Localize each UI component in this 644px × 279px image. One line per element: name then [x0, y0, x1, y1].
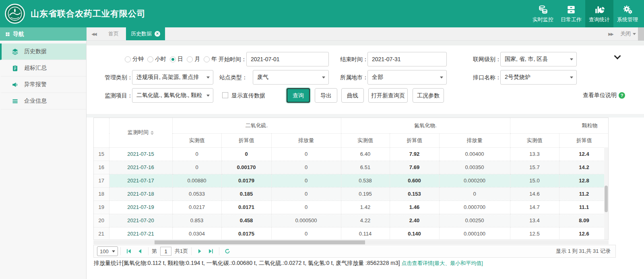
value-cell: 0 [271, 147, 341, 161]
value-cell: 1.42 [341, 200, 390, 214]
divider [120, 247, 121, 255]
monitor-time-cell[interactable]: 2021-07-15 [109, 147, 172, 161]
direct-data-checkbox[interactable] [222, 92, 228, 98]
unit-help-link[interactable]: 查看单位说明 ? [583, 88, 625, 103]
manage-type-value: 违规项目, 高架源, 重点排 [136, 74, 199, 81]
value-cell: 14.2 [559, 161, 609, 174]
row-number-cell: 16 [94, 161, 109, 174]
value-cell: 13.3 [510, 147, 559, 161]
page-size-select[interactable]: 100 [97, 246, 118, 256]
last-page-button[interactable] [205, 246, 217, 256]
detail-link[interactable]: 点击查看详情[最大、最小和平均值] [402, 260, 483, 266]
direct-data-checkbox-label: 显示直传数据 [231, 88, 265, 103]
value-cell: 0.0217 [172, 200, 221, 214]
period-radio-月[interactable]: 月 [187, 56, 200, 63]
sidebar-header: 导航 [0, 27, 87, 41]
refresh-button[interactable] [222, 246, 233, 256]
outlet-value: 2号焚烧炉 [505, 74, 530, 81]
table-row[interactable]: 162021-07-1600.0017006.517.690.0035015.7… [94, 161, 609, 174]
value-cell: 0.185 [221, 187, 271, 200]
chevron-down-icon [322, 76, 325, 79]
hscroll-thumb[interactable] [155, 240, 365, 244]
page-number-input[interactable] [160, 247, 171, 256]
sort-asc-icon [151, 131, 154, 132]
table-header: 监测时间二氧化硫.氮氧化物.颗粒物实测值折算值排放量实测值折算值排放量实测值折算… [94, 118, 609, 147]
table-horizontal-scrollbar[interactable] [93, 240, 609, 244]
monitor-item-select[interactable]: 二氧化硫., 氮氧化物., 颗粒 [132, 88, 213, 103]
monitor-time-cell[interactable]: 2021-07-20 [109, 214, 172, 227]
period-radio-小时[interactable]: 小时 [147, 56, 166, 63]
period-radio-分钟[interactable]: 分钟 [125, 56, 144, 63]
query-button[interactable]: 查询 [287, 88, 310, 103]
sidebar-item[interactable]: 企业信息 [0, 93, 86, 110]
start-time-input[interactable] [247, 52, 328, 66]
sidebar-item[interactable]: 历史数据 [0, 43, 86, 60]
table-row[interactable]: 212021-07-210.03040.017500.1140.1400.000… [94, 227, 609, 240]
monitor-time-cell[interactable]: 2021-07-21 [109, 227, 172, 240]
tab-home[interactable]: 首页 [101, 27, 126, 40]
company-name: 山东省联合农药工业有限公司 [31, 0, 146, 27]
row-number-header [94, 118, 109, 147]
divider [148, 247, 149, 255]
monitor-time-cell[interactable]: 2021-07-18 [109, 187, 172, 200]
vscroll-thumb[interactable] [605, 186, 608, 212]
monitor-time-cell[interactable]: 2021-07-16 [109, 161, 172, 174]
value-cell: 6.40 [341, 147, 390, 161]
site-type-value: 废气 [257, 74, 268, 81]
monitor-time-cell[interactable]: 2021-07-19 [109, 200, 172, 214]
new-query-page-button[interactable]: 打开新查询页 [368, 88, 408, 103]
first-page-button[interactable] [123, 246, 134, 256]
radio-label: 小时 [155, 56, 166, 63]
monitor-item-label: 监测项目： [105, 88, 133, 103]
table-row[interactable]: 192021-07-190.02170.017101.421.460.00070… [94, 200, 609, 214]
table-row[interactable]: 152021-07-150006.407.920.0040013.312.4 [94, 147, 609, 161]
network-level-select[interactable]: 国家, 省, 市, 区县 [500, 52, 577, 66]
export-button[interactable]: 导出 [315, 88, 337, 103]
chevron-down-icon [570, 76, 573, 79]
tabs-scroll-right-icon[interactable]: ▶▶ [603, 27, 618, 40]
value-cell: 0 [271, 187, 341, 200]
tab-close-icon[interactable]: × [155, 31, 160, 37]
radio-label: 日 [178, 56, 183, 63]
sub-column-header: 排放量 [271, 133, 341, 147]
monitor-time-cell[interactable]: 2021-07-17 [109, 174, 172, 187]
table-vertical-scrollbar[interactable] [604, 147, 608, 240]
table-row[interactable]: 182021-07-180.05330.18500.1950.153014.61… [94, 187, 609, 200]
curve-button[interactable]: 曲线 [341, 88, 364, 103]
outlet-select[interactable]: 2号焚烧炉 [500, 70, 577, 85]
tab-history-data[interactable]: 历史数据× [126, 27, 165, 40]
end-time-input[interactable] [368, 52, 446, 66]
site-type-select[interactable]: 废气 [253, 70, 329, 85]
time-column-header[interactable]: 监测时间 [109, 118, 172, 147]
value-cell: 0 [271, 174, 341, 187]
value-cell: 6.51 [341, 161, 390, 174]
value-cell: 0.114 [341, 227, 390, 240]
sidebar-item[interactable]: 异常报警 [0, 76, 86, 93]
topnav-item-chart[interactable]: 查询统计 [585, 0, 613, 27]
next-page-button[interactable] [194, 246, 205, 256]
unit-help-label: 查看单位说明 [583, 92, 617, 99]
period-radio-日[interactable]: 日 [170, 56, 183, 63]
topnav-item-archive[interactable]: 日常工作 [557, 0, 585, 27]
table-row[interactable]: 172021-07-170.008800.017900.5380.6000.00… [94, 174, 609, 187]
collapse-filters-icon[interactable] [614, 53, 621, 60]
period-radio-年[interactable]: 年 [204, 56, 217, 63]
sidebar-item[interactable]: 超标汇总 [0, 60, 86, 76]
table-row[interactable]: 202021-07-200.8530.4580.0005004.222.400.… [94, 214, 609, 227]
tabs-scroll-left-icon[interactable]: ◀◀ [87, 27, 101, 40]
manage-type-select[interactable]: 违规项目, 高架源, 重点排 [132, 70, 213, 85]
end-time-field [367, 52, 447, 66]
topnav-item-gears[interactable]: 系统管理 [613, 0, 642, 27]
sort-icon[interactable] [151, 131, 154, 135]
content-gap [87, 114, 644, 118]
prev-page-button[interactable] [134, 246, 146, 256]
outlet-label: 排口名称： [473, 70, 501, 85]
end-time-label: 结束时间： [340, 52, 368, 66]
window-scrollbar-thumb[interactable] [638, 27, 644, 41]
city-select[interactable]: 全部 [367, 70, 447, 85]
topnav-item-database[interactable]: 实时监控 [529, 0, 557, 27]
condition-params-button[interactable]: 工况参数 [413, 88, 444, 103]
value-cell: 14.6 [510, 187, 559, 200]
database-icon [538, 4, 548, 15]
value-cell: 12.4 [559, 147, 609, 161]
